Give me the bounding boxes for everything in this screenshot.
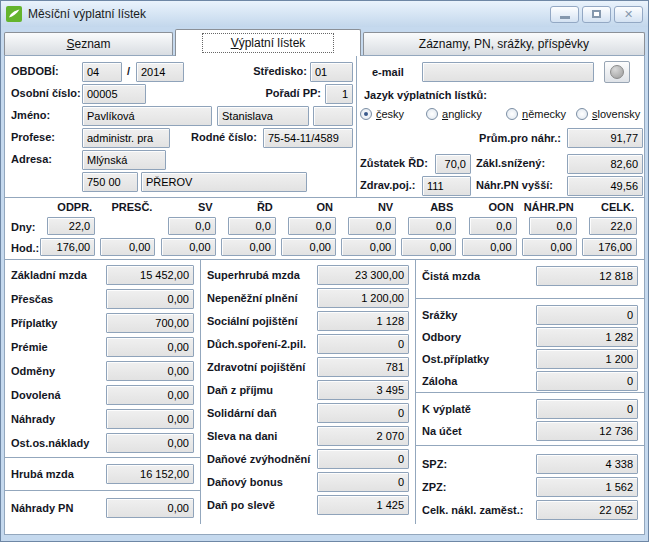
hod-field[interactable]: 176,00 xyxy=(582,238,637,256)
ost-priplatky-field[interactable]: 1 200 xyxy=(536,349,638,369)
col-header: NV xyxy=(340,201,400,213)
table-row: Na účet12 736 xyxy=(416,421,644,441)
hod-field[interactable]: 0,00 xyxy=(100,238,155,256)
osobni-cislo-field[interactable]: 00005 xyxy=(82,84,146,104)
zdravotni-pojisteni-field[interactable]: 781 xyxy=(317,357,409,377)
cista-mzda-field[interactable]: 12 818 xyxy=(536,266,638,286)
surname-field[interactable]: Pavlíková xyxy=(82,106,212,126)
celk-nakl-zamest-field[interactable]: 22 052 xyxy=(536,500,638,520)
hod-field[interactable]: 0,00 xyxy=(281,238,336,256)
dan-z-prijmu-field[interactable]: 3 495 xyxy=(317,380,409,400)
dan-po-sleve-field[interactable]: 1 425 xyxy=(317,495,409,515)
solidarni-dan-field[interactable]: 0 xyxy=(317,403,409,423)
row-label: Srážky xyxy=(422,309,536,321)
payout-group: K výplatě0 Na účet12 736 xyxy=(416,393,644,446)
rodne-cislo-field[interactable]: 75-54-11/4589 xyxy=(263,128,353,148)
radio-icon xyxy=(506,108,518,120)
odmeny-field[interactable]: 0,00 xyxy=(106,361,194,381)
sleva-na-dani-field[interactable]: 2 070 xyxy=(317,426,409,446)
col-header: ON xyxy=(280,201,340,213)
tab-seznam[interactable]: Seznam xyxy=(4,32,173,55)
email-lookup-button[interactable] xyxy=(604,61,630,83)
radio-label: německy xyxy=(522,108,566,120)
radio-cesky[interactable]: česky xyxy=(360,108,404,120)
obdobi-label: OBDOBÍ: xyxy=(11,65,59,77)
street-field[interactable]: Mlýnská xyxy=(82,150,166,170)
nahr-pn-vyssi-field[interactable]: 49,56 xyxy=(567,176,643,196)
minimize-button[interactable] xyxy=(550,6,579,23)
hours-section: ODPR. PRESČ. SV ŘD ON NV ABS OON NÁHR.PN… xyxy=(5,198,644,260)
spz-field[interactable]: 4 338 xyxy=(536,454,638,474)
zdrav-poj-field[interactable]: 111 xyxy=(422,176,471,196)
odbory-field[interactable]: 1 282 xyxy=(536,327,638,347)
row-label: Ost.příplatky xyxy=(422,353,536,365)
radio-slovensky[interactable]: slovensky xyxy=(576,108,640,120)
profese-field[interactable]: administr. pra xyxy=(82,128,170,148)
socialni-pojisteni-field[interactable]: 1 128 xyxy=(317,311,409,331)
radio-nemecky[interactable]: německy xyxy=(506,108,566,120)
na-ucet-field[interactable]: 12 736 xyxy=(536,421,638,441)
superhruba-mzda-field[interactable]: 23 300,00 xyxy=(317,265,409,285)
row-label: Prémie xyxy=(11,341,106,353)
dny-field[interactable]: 22,0 xyxy=(47,217,95,235)
dny-field[interactable]: 22,0 xyxy=(589,217,637,235)
email-label: e-mail xyxy=(372,66,404,78)
hod-field[interactable]: 0,00 xyxy=(462,238,517,256)
poradi-pp-field[interactable]: 1 xyxy=(325,84,353,104)
hod-field[interactable]: 0,00 xyxy=(221,238,276,256)
hod-field[interactable]: 0,00 xyxy=(341,238,396,256)
hod-field[interactable]: 0,00 xyxy=(161,238,216,256)
row-label: Hrubá mzda xyxy=(11,468,106,480)
restore-icon xyxy=(592,10,601,18)
prescas-field[interactable]: 0,00 xyxy=(106,289,194,309)
row-label: Sleva na dani xyxy=(207,430,317,442)
zaloha-field[interactable]: 0 xyxy=(536,371,638,391)
hod-field[interactable]: 0,00 xyxy=(522,238,577,256)
zakladni-mzda-field[interactable]: 15 452,00 xyxy=(106,265,194,285)
priplatky-field[interactable]: 700,00 xyxy=(106,313,194,333)
tab-zaznamy[interactable]: Záznamy, PN, srážky, příspěvky xyxy=(363,32,645,55)
firstname-field[interactable]: Stanislava xyxy=(217,106,309,126)
ost-os-naklady-field[interactable]: 0,00 xyxy=(106,433,194,453)
period-month-field[interactable]: 04 xyxy=(82,62,122,82)
table-row: Daňový bonus0 xyxy=(201,472,415,492)
hod-field[interactable]: 0,00 xyxy=(401,238,456,256)
hod-field[interactable]: 176,00 xyxy=(40,238,95,256)
psc-field[interactable]: 750 00 xyxy=(82,172,138,192)
k-vyplate-field[interactable]: 0 xyxy=(536,399,638,419)
dny-field[interactable]: 0,0 xyxy=(288,217,336,235)
hruba-mzda-field[interactable]: 16 152,00 xyxy=(106,464,194,484)
nahrady-pn-field[interactable]: 0,00 xyxy=(106,498,194,518)
tab-vyplatni-listek[interactable]: Výplatní lístek xyxy=(175,29,361,56)
prum-pro-nahr-field[interactable]: 91,77 xyxy=(567,128,643,148)
title-field[interactable] xyxy=(313,106,353,126)
dny-field[interactable]: 0,0 xyxy=(228,217,276,235)
zustatek-rd-field[interactable]: 70,0 xyxy=(435,154,471,174)
city-field[interactable]: PŘEROV xyxy=(141,172,307,192)
adresa-label: Adresa: xyxy=(11,153,52,165)
premie-field[interactable]: 0,00 xyxy=(106,337,194,357)
duch-sporeni-field[interactable]: 0 xyxy=(317,334,409,354)
srazky-field[interactable]: 0 xyxy=(536,305,638,325)
restore-button[interactable] xyxy=(582,6,611,23)
zakl-snizeny-field[interactable]: 82,60 xyxy=(567,154,643,174)
email-input[interactable] xyxy=(422,62,594,82)
table-row: Důch.spoření-2.pil.0 xyxy=(201,334,415,354)
close-button[interactable]: ✕ xyxy=(614,6,643,23)
stredisko-field[interactable]: 01 xyxy=(310,62,353,82)
col-header: CELK. xyxy=(581,201,641,213)
radio-label: slovensky xyxy=(592,108,640,120)
dny-field[interactable]: 0,0 xyxy=(408,217,456,235)
nahrady-field[interactable]: 0,00 xyxy=(106,409,194,429)
zpz-field[interactable]: 1 562 xyxy=(536,477,638,497)
dny-field[interactable]: 0,0 xyxy=(348,217,396,235)
period-year-field[interactable]: 2014 xyxy=(136,62,184,82)
dovolena-field[interactable]: 0,00 xyxy=(106,385,194,405)
danovy-bonus-field[interactable]: 0 xyxy=(317,472,409,492)
nepenezni-plneni-field[interactable]: 1 200,00 xyxy=(317,288,409,308)
radio-anglicky[interactable]: anglicky xyxy=(426,108,482,120)
dny-field[interactable]: 0,0 xyxy=(529,217,577,235)
dny-field[interactable]: 0,0 xyxy=(469,217,517,235)
dny-field[interactable]: 0,0 xyxy=(168,217,216,235)
danove-zvyhodneni-field[interactable]: 0 xyxy=(317,449,409,469)
